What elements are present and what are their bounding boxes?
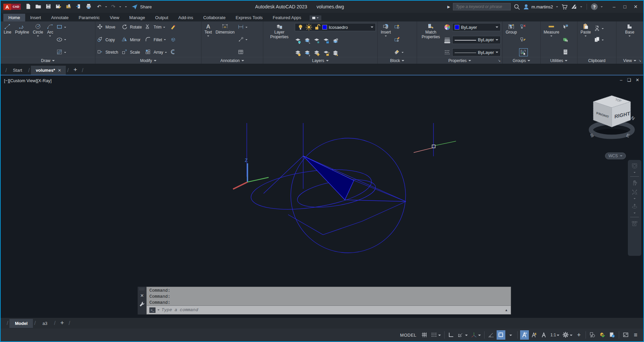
- tab-output[interactable]: Output: [150, 14, 173, 21]
- object-snap-toggle[interactable]: [497, 330, 505, 340]
- layer-freeze-icon[interactable]: [314, 37, 320, 44]
- color-wheel-icon[interactable]: [444, 24, 451, 31]
- mirror-button[interactable]: Mirror: [122, 36, 142, 44]
- viewport-restore-icon[interactable]: ❏: [627, 77, 631, 82]
- tab-manage[interactable]: Manage: [124, 14, 150, 21]
- ellipse-button[interactable]: [56, 36, 67, 44]
- panel-label-view[interactable]: View↘: [616, 57, 643, 64]
- isometric-drafting-toggle[interactable]: [470, 330, 482, 340]
- help-button[interactable]: ?: [591, 3, 598, 10]
- zoom-extents-icon[interactable]: [631, 188, 638, 195]
- copy-button[interactable]: Copy: [97, 36, 118, 44]
- leader-button[interactable]: [237, 36, 248, 44]
- panel-label-block[interactable]: Block: [378, 57, 417, 64]
- file-tab-volumes[interactable]: volumes* ✕: [31, 66, 66, 75]
- search-input[interactable]: [456, 4, 508, 9]
- plot-button[interactable]: [85, 3, 93, 11]
- stretch-button[interactable]: Stretch: [97, 48, 118, 56]
- ungroup-button[interactable]: [519, 23, 528, 31]
- group-edit-button[interactable]: [519, 36, 528, 44]
- window-minimize-button[interactable]: –: [609, 2, 619, 11]
- array-button[interactable]: Array: [145, 48, 167, 56]
- search-field[interactable]: [453, 3, 511, 10]
- ortho-toggle[interactable]: [447, 330, 456, 340]
- match-properties-button[interactable]: Match Properties: [419, 22, 443, 57]
- autodesk-icon[interactable]: [570, 3, 577, 10]
- viewport-close-icon[interactable]: ✕: [636, 77, 639, 82]
- new-file-button[interactable]: [24, 3, 33, 11]
- quick-calculator-button[interactable]: [562, 48, 570, 56]
- paste-button[interactable]: Paste: [579, 22, 592, 57]
- explode-button[interactable]: [170, 36, 177, 44]
- linetype-dropdown[interactable]: ByLayer: [452, 48, 501, 56]
- command-input-row[interactable]: >_ Type a command ▲: [146, 306, 511, 315]
- search-expand-arrow[interactable]: ▶: [447, 5, 450, 9]
- erase-button[interactable]: [170, 23, 177, 31]
- file-tab-start[interactable]: Start: [8, 66, 27, 75]
- model-space-viewport[interactable]: Z [−][Custom View][X-Ray] – ❏ ✕ S E N: [1, 75, 643, 318]
- customization-plus-button[interactable]: +: [574, 330, 583, 340]
- panel-label-clipboard[interactable]: Clipboard: [578, 57, 616, 64]
- undo-dropdown[interactable]: [105, 6, 107, 8]
- layer-change-icon[interactable]: [304, 50, 311, 56]
- base-view-button[interactable]: Base: [624, 22, 636, 57]
- panel-label-layers[interactable]: Layers: [263, 57, 377, 64]
- annotation-visibility-toggle[interactable]: [520, 330, 529, 340]
- tab-insert[interactable]: Insert: [25, 14, 46, 21]
- auto-annotation-scale-toggle[interactable]: [530, 330, 539, 340]
- tab-annotate[interactable]: Annotate: [46, 14, 74, 21]
- tab-view[interactable]: View: [105, 14, 124, 21]
- panel-label-draw[interactable]: Draw: [1, 57, 95, 64]
- signed-in-user[interactable]: m.martins2: [523, 3, 553, 10]
- select-all-button[interactable]: [562, 36, 570, 44]
- new-drawing-tab-button[interactable]: +: [70, 65, 81, 75]
- layer-isolate-icon[interactable]: [295, 37, 302, 44]
- layout-tab-model[interactable]: Model: [9, 319, 33, 328]
- command-window[interactable]: :::::::::: ✕ Command: Command: Command: …: [138, 287, 511, 315]
- annotation-scale-icon-button[interactable]: [540, 330, 548, 340]
- panel-label-modify[interactable]: Modify: [95, 57, 201, 64]
- clean-screen-button[interactable]: [622, 330, 630, 340]
- snap-toggle[interactable]: [430, 330, 442, 340]
- undo-button[interactable]: ↶: [95, 3, 103, 11]
- command-window-rail[interactable]: :::::::::: ✕: [138, 287, 146, 315]
- save-to-web-button[interactable]: [75, 3, 83, 11]
- layer-unlock-all-icon[interactable]: [323, 50, 330, 56]
- layer-unisolate-icon[interactable]: [295, 50, 302, 56]
- hatch-button[interactable]: [56, 48, 67, 56]
- ribbon-display-options[interactable]: [310, 15, 321, 20]
- layer-lock-icon[interactable]: [323, 37, 330, 44]
- table-button[interactable]: [237, 48, 248, 56]
- qat-customize-dropdown[interactable]: [125, 6, 127, 8]
- model-space-toggle[interactable]: MODEL: [398, 333, 419, 338]
- insert-block-button[interactable]: Insert: [379, 22, 392, 57]
- layer-unlock-icon[interactable]: [314, 24, 321, 31]
- layer-dropdown[interactable]: Icosaedro: [295, 23, 376, 31]
- panel-label-properties[interactable]: Properties↘: [417, 57, 502, 64]
- linear-dimension-button[interactable]: [237, 23, 248, 31]
- lineweight-dropdown[interactable]: ByLayer: [452, 36, 501, 44]
- properties-launcher[interactable]: ↘: [498, 59, 501, 62]
- define-attributes-button[interactable]: [393, 48, 404, 56]
- help-dropdown[interactable]: [601, 6, 603, 8]
- command-expand-icon[interactable]: ▲: [505, 308, 508, 312]
- copy-clip-button[interactable]: [593, 36, 604, 44]
- share-button[interactable]: Share: [131, 3, 152, 10]
- polar-tracking-toggle[interactable]: [457, 330, 469, 340]
- offset-button[interactable]: [170, 48, 177, 56]
- edit-block-button[interactable]: [393, 36, 404, 44]
- cut-button[interactable]: [593, 24, 604, 33]
- redo-dropdown[interactable]: [119, 6, 121, 8]
- rectangle-button[interactable]: [56, 23, 67, 31]
- show-motion-icon[interactable]: [631, 220, 638, 226]
- command-settings-icon[interactable]: [139, 301, 145, 307]
- text-button[interactable]: A Text: [203, 22, 213, 57]
- viewport-minimize-icon[interactable]: –: [620, 77, 622, 82]
- pan-icon[interactable]: [631, 179, 638, 186]
- object-snap-tracking-toggle[interactable]: [487, 330, 496, 340]
- scale-button[interactable]: Scale: [122, 48, 142, 56]
- arc-button[interactable]: Arc: [45, 22, 55, 57]
- viewport-controls-label[interactable]: [−][Custom View][X-Ray]: [4, 78, 52, 83]
- linetype-icon[interactable]: [444, 49, 451, 56]
- panel-label-utilities[interactable]: Utilities: [541, 57, 577, 64]
